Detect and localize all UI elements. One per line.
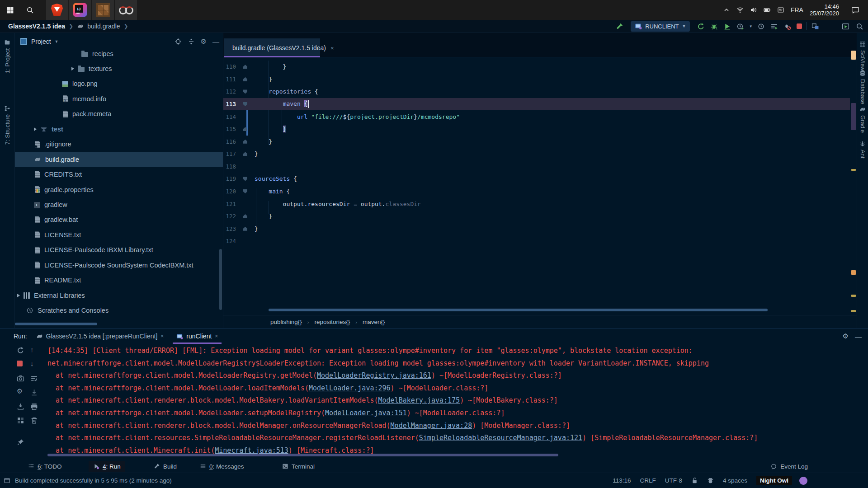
fold-toggle[interactable] (236, 140, 255, 144)
tree-item-license-paulscode-soundsystem-codecibxm-txt[interactable]: LICENSE-Paulscode SoundSystem CodecIBXM.… (15, 258, 223, 272)
hide-panel-icon[interactable]: — (212, 38, 219, 45)
tray-clock[interactable]: 14:4625/07/2020 (810, 3, 839, 17)
fold-toggle[interactable] (236, 152, 255, 156)
run-tab-runclient[interactable]: runClient× (173, 328, 222, 344)
clear-icon[interactable] (30, 417, 38, 424)
chevron-right-icon[interactable] (71, 67, 74, 70)
console-link[interactable]: ModelBakery.java:175 (378, 396, 460, 404)
hat-face-icon[interactable] (707, 477, 714, 484)
rerun-icon[interactable] (697, 23, 705, 30)
collapse-all-icon[interactable] (188, 38, 195, 45)
tool-window-button-terminal[interactable]: Terminal (278, 461, 319, 472)
theme-name[interactable]: Night Owl (756, 476, 792, 485)
tool-button-database[interactable]: Database (857, 70, 868, 104)
pin-icon[interactable] (17, 438, 24, 446)
project-horizontal-scrollbar[interactable] (15, 323, 97, 325)
indent-setting[interactable]: 4 spaces (723, 477, 747, 484)
file-encoding[interactable]: UTF-8 (665, 477, 682, 484)
notification-center-button[interactable] (845, 0, 865, 20)
down-arrow-icon[interactable]: ↓ (30, 360, 34, 367)
project-vertical-scrollbar[interactable] (219, 249, 222, 310)
soft-wrap-icon[interactable] (30, 375, 38, 382)
breadcrumb-item[interactable]: repositories{} (315, 319, 350, 325)
taskbar-app-minecraft[interactable] (92, 0, 114, 20)
run-tab-glassesv2-1-5-idea-preparerunclient-[interactable]: GlassesV2.1.5 idea [:prepareRunClient]× (33, 328, 168, 344)
fold-toggle[interactable] (236, 102, 255, 106)
fold-down-icon[interactable] (243, 177, 247, 181)
taskbar-search-button[interactable] (20, 0, 40, 20)
camera-icon[interactable] (17, 375, 24, 382)
lock-icon[interactable] (691, 477, 698, 484)
line-ending[interactable]: CRLF (640, 477, 656, 484)
tree-item-pack-mcmeta[interactable]: pack.mcmeta (15, 107, 223, 122)
chevron-down-icon[interactable]: ▼ (55, 39, 59, 44)
battery-icon[interactable] (764, 6, 771, 14)
tool-button-1-project[interactable]: 1: Project (0, 39, 14, 73)
fold-up-icon[interactable] (243, 152, 247, 156)
coverage-icon[interactable] (723, 23, 731, 30)
terminal-run-icon[interactable] (842, 23, 849, 30)
chevron-up-icon[interactable] (723, 6, 730, 14)
project-name[interactable]: GlassesV2.1.5 idea (8, 23, 65, 30)
tree-item-test[interactable]: test (15, 122, 223, 136)
tree-item-build-gradle[interactable]: build.gradle (15, 152, 223, 167)
tool-button-7-structure[interactable]: 7: Structure (0, 105, 14, 145)
input-method-icon[interactable] (777, 6, 784, 14)
console-link[interactable]: SimpleReloadableResourceManager.java:121 (419, 434, 582, 442)
tool-window-button-build[interactable]: Build (149, 461, 181, 472)
volume-icon[interactable] (750, 6, 757, 14)
fold-toggle[interactable] (236, 65, 255, 69)
up-arrow-icon[interactable]: ↑ (30, 346, 34, 353)
fold-up-icon[interactable] (243, 65, 247, 69)
breadcrumb-item[interactable]: maven{} (363, 319, 385, 325)
gear-icon[interactable]: ⚙ (201, 38, 207, 46)
fold-down-icon[interactable] (243, 89, 247, 94)
file-name[interactable]: build.gradle (87, 23, 120, 30)
hide-panel-icon[interactable]: — (855, 333, 862, 340)
tool-window-button-messages[interactable]: 0: Messages (195, 461, 249, 472)
breadcrumb-item[interactable]: publishing{} (270, 319, 302, 325)
tree-item-gradlew[interactable]: gradlew (15, 197, 223, 212)
gear-icon[interactable]: ⚙ (17, 387, 23, 395)
tree-item-mcmod-info[interactable]: mcmod.info (15, 91, 223, 106)
debug-icon[interactable] (710, 23, 718, 30)
tool-window-button-todo[interactable]: 6: TODO (24, 461, 66, 472)
console-link[interactable]: ModelLoaderRegistry.java:161 (317, 371, 431, 380)
close-icon[interactable]: × (330, 45, 334, 52)
scroll-end-icon[interactable] (30, 389, 38, 396)
search-icon[interactable] (856, 23, 863, 30)
fold-toggle[interactable] (236, 89, 255, 94)
tree-item-recipes[interactable]: recipes (15, 46, 223, 61)
fold-toggle[interactable] (236, 77, 255, 81)
chevron-right-icon[interactable] (17, 294, 20, 297)
build-hammer-icon[interactable] (616, 23, 623, 30)
locate-file-icon[interactable] (175, 38, 182, 45)
rerun-icon[interactable] (17, 347, 24, 354)
project-panel-title[interactable]: Project (31, 38, 51, 45)
tree-item-license-paulscode-ibxm-library-txt[interactable]: LICENSE-Paulscode IBXM Library.txt (15, 243, 223, 258)
tool-button-sciview[interactable]: SciView (857, 41, 868, 71)
profiler-alt-icon[interactable] (757, 23, 765, 30)
close-icon[interactable]: × (160, 333, 164, 339)
fold-toggle[interactable] (236, 227, 255, 231)
language-indicator[interactable]: FRA (791, 6, 803, 14)
fold-toggle[interactable] (236, 127, 255, 131)
status-message[interactable]: Build completed successfully in 5 s 95 m… (15, 477, 172, 484)
fold-down-icon[interactable] (243, 102, 247, 106)
fold-toggle[interactable] (236, 189, 255, 193)
tree-item-external-libraries[interactable]: External Libraries (15, 288, 223, 303)
fold-up-icon[interactable] (243, 140, 247, 144)
run-dashboard-icon[interactable] (770, 23, 778, 30)
fold-down-icon[interactable] (243, 189, 247, 193)
console-link[interactable]: ModelManager.java:28 (391, 422, 472, 430)
tree-item--gitignore[interactable]: .gitignore (15, 137, 223, 152)
chevron-right-icon[interactable] (34, 127, 37, 131)
run-configuration-selector[interactable]: RUNCLIENT ▼ (631, 21, 690, 32)
start-button[interactable] (0, 0, 20, 20)
window-layout-icon[interactable] (811, 23, 819, 30)
fold-up-icon[interactable] (243, 227, 247, 231)
tree-item-credits-txt[interactable]: CREDITS.txt (15, 167, 223, 182)
tree-item-gradlew-bat[interactable]: gradlew.bat (15, 212, 223, 227)
taskbar-app-glasses[interactable] (115, 0, 137, 20)
import-icon[interactable] (17, 403, 24, 410)
